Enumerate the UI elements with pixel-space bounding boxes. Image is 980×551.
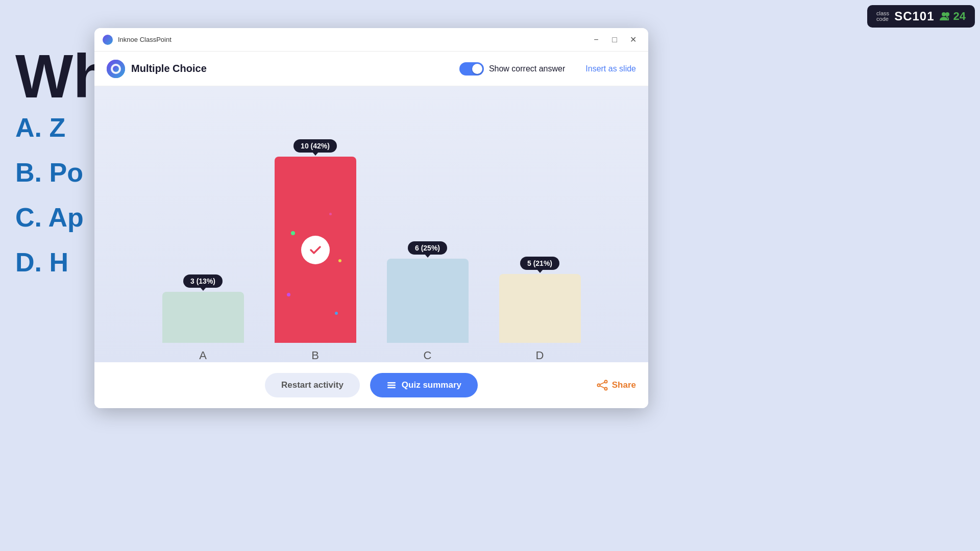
svg-point-1 — [945, 12, 949, 16]
bar-group-a: 3 (13%) A — [162, 274, 244, 362]
modal-footer: Restart activity Quiz summary Share — [94, 362, 648, 408]
bar-group-c: 6 (25%) C — [387, 241, 469, 362]
modal-header: Multiple Choice Show correct answer Inse… — [94, 52, 648, 86]
bar-group-d: 5 (21%) D — [499, 257, 581, 362]
sparkle-dot-5 — [329, 213, 332, 215]
slide-option-b: B. Po — [15, 157, 84, 188]
bar-tooltip-d: 5 (21%) — [520, 257, 559, 270]
student-count-value: 24 — [953, 10, 966, 23]
bar-tooltip-a: 3 (13%) — [183, 274, 223, 288]
slide-option-d: D. H — [15, 247, 84, 278]
class-code-value: SC101 — [894, 9, 934, 23]
bar-label-c: C — [424, 349, 432, 362]
bars-container: 3 (13%) A 10 (42%) — [125, 102, 618, 362]
show-correct-answer-toggle[interactable] — [459, 62, 484, 76]
chart-area: 3 (13%) A 10 (42%) — [94, 86, 648, 362]
bar-b — [275, 157, 356, 343]
svg-rect-7 — [387, 387, 396, 389]
bar-a — [162, 292, 244, 343]
slide-option-c: C. Ap — [15, 202, 84, 233]
app-icon — [103, 35, 113, 45]
svg-rect-5 — [387, 382, 396, 384]
quiz-summary-label: Quiz summary — [402, 380, 461, 390]
toggle-knob — [472, 64, 482, 74]
students-icon — [940, 12, 951, 21]
classpoint-modal: Inknoe ClassPoint − □ ✕ Multiple Choice — [94, 28, 648, 408]
app-title: Inknoe ClassPoint — [118, 36, 584, 43]
window-controls: − □ ✕ — [589, 33, 640, 47]
share-icon — [597, 380, 608, 391]
maximize-button[interactable]: □ — [607, 33, 622, 47]
svg-point-10 — [597, 384, 600, 387]
sparkle-dot-1 — [291, 231, 295, 235]
svg-point-9 — [604, 388, 607, 390]
svg-point-8 — [604, 381, 607, 383]
bar-tooltip-c: 6 (25%) — [408, 241, 447, 255]
title-bar: Inknoe ClassPoint − □ ✕ — [94, 28, 648, 52]
quiz-summary-icon — [386, 380, 397, 390]
modal-title: Multiple Choice — [131, 63, 459, 74]
insert-as-slide-button[interactable]: Insert as slide — [585, 64, 636, 73]
student-count: 24 — [940, 10, 966, 23]
bar-label-a: A — [199, 349, 207, 362]
svg-line-11 — [600, 382, 605, 385]
bar-c — [387, 259, 469, 343]
bar-label-d: D — [536, 349, 544, 362]
minimize-button[interactable]: − — [589, 33, 603, 47]
share-button[interactable]: Share — [597, 380, 636, 391]
correct-answer-checkmark — [301, 236, 330, 264]
bar-group-b: 10 (42%) B — [275, 139, 356, 362]
svg-line-12 — [600, 386, 605, 388]
multiple-choice-icon — [107, 60, 125, 78]
class-code-label: class code — [876, 11, 889, 22]
show-correct-answer-toggle-container[interactable]: Show correct answer — [459, 62, 565, 76]
class-code-badge: class code SC101 24 — [867, 5, 975, 28]
restart-activity-button[interactable]: Restart activity — [265, 373, 360, 397]
svg-point-0 — [942, 12, 946, 16]
share-label: Share — [612, 380, 636, 390]
bar-label-b: B — [311, 349, 319, 362]
close-button[interactable]: ✕ — [626, 33, 640, 47]
bar-d — [499, 274, 581, 343]
sparkle-dot-3 — [287, 293, 290, 296]
sparkle-dot-4 — [335, 312, 338, 315]
svg-rect-6 — [387, 385, 396, 386]
quiz-summary-button[interactable]: Quiz summary — [370, 373, 478, 397]
slide-options-list: A. Z B. Po C. Ap D. H — [15, 112, 84, 278]
toggle-label: Show correct answer — [489, 64, 565, 73]
slide-option-a: A. Z — [15, 112, 84, 143]
bar-tooltip-b: 10 (42%) — [293, 139, 337, 153]
sparkle-dot-2 — [338, 259, 341, 262]
svg-point-4 — [113, 66, 119, 72]
